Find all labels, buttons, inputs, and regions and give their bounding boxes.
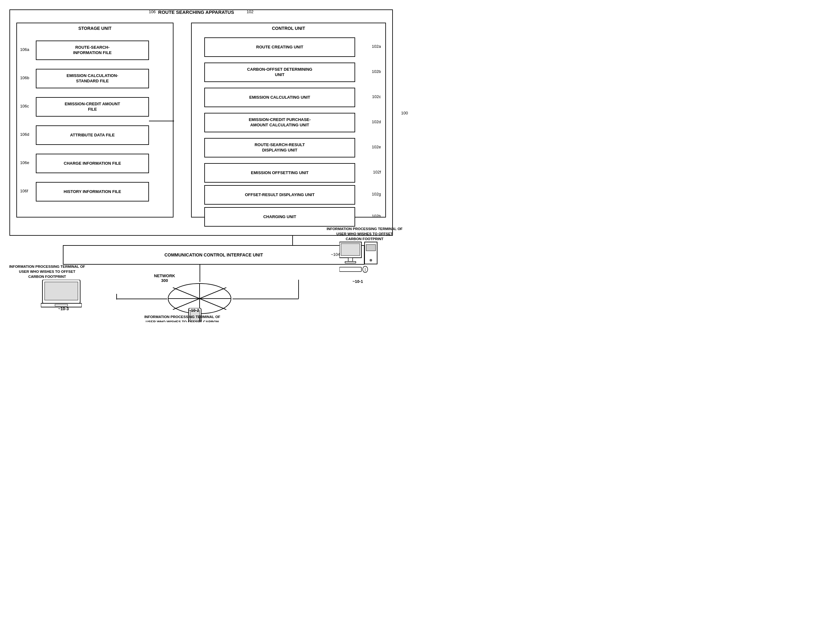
comm-control-box: COMMUNICATION CONTROL INTERFACE UNIT [63, 245, 364, 265]
storage-item-106b: EMISSION CALCULATION-STANDARD FILE [36, 69, 149, 88]
ref-102g: 102g [372, 192, 381, 196]
ref-106e: 106e [20, 160, 29, 165]
terminal-10-1 [340, 239, 390, 281]
ref-100: 100 [401, 111, 408, 115]
terminal-10-2-ref: ~10-2 [189, 308, 199, 313]
svg-rect-20 [45, 282, 78, 300]
ref-102b: 102b [372, 69, 381, 74]
control-item-102a: ROUTE CREATING UNIT [204, 38, 355, 57]
storage-item-106f: HISTORY INFORMATION FILE [36, 182, 149, 201]
line-v-10-1 [298, 280, 299, 299]
svg-rect-11 [345, 262, 356, 263]
control-unit-label: CONTROL UNIT [272, 26, 305, 31]
ref-106c: 106c [20, 104, 29, 108]
line-v-10-3 [116, 294, 117, 299]
svg-rect-9 [341, 244, 360, 255]
ref-102h: 102h [372, 214, 381, 219]
outer-ref1: 106 [149, 10, 156, 15]
ref-102d: 102d [372, 119, 381, 124]
outer-ref2: 102 [247, 10, 254, 15]
terminal-10-3-ref: ~10-3 [58, 306, 69, 311]
storage-item-106e: CHARGE INFORMATION FILE [36, 154, 149, 173]
ref-102e: 102e [372, 145, 381, 149]
storage-to-control-line [149, 121, 174, 121]
line-network-to-10-3 [116, 299, 167, 299]
ref-102a: 102a [372, 44, 381, 49]
apparatus-title: ROUTE SEARCHING APPARATUS [158, 10, 234, 15]
control-item-102d: EMISSION-CREDIT PURCHASE-AMOUNT CALCULAT… [204, 113, 355, 132]
storage-item-106a: ROUTE-SEARCH-INFORMATION FILE [36, 41, 149, 60]
diagram: 106 ROUTE SEARCHING APPARATUS 102 STORAG… [0, 0, 418, 322]
control-unit-box: CONTROL UNIT ROUTE CREATING UNIT 102a CA… [191, 23, 386, 217]
control-item-102h: CHARGING UNIT [204, 207, 355, 227]
terminal-10-3-label: INFORMATION PROCESSING TERMINAL OFUSER W… [3, 264, 91, 279]
terminal-10-1-ref: ~10-1 [352, 279, 363, 284]
comm-to-network-line [199, 265, 200, 282]
ref-106b: 106b [20, 75, 29, 80]
control-item-102e: ROUTE-SEARCH-RESULTDISPLAYING UNIT [204, 138, 355, 157]
ref-106a: 106a [20, 47, 29, 52]
storage-unit-box: STORAGE UNIT ROUTE-SEARCH-INFORMATION FI… [16, 23, 173, 217]
storage-unit-label: STORAGE UNIT [78, 26, 111, 31]
ref-102c: 102c [372, 94, 381, 99]
line-network-to-10-1 [233, 299, 299, 299]
terminal-10-1-label: INFORMATION PROCESSING TERMINAL OFUSER W… [320, 226, 408, 241]
svg-rect-6 [366, 245, 376, 251]
svg-rect-12 [340, 267, 361, 271]
ref-106f: 106f [20, 189, 28, 193]
line-network-to-10-2 [199, 315, 200, 322]
route-searching-apparatus-box: 106 ROUTE SEARCHING APPARATUS 102 STORAG… [10, 10, 393, 236]
control-item-102b: CARBON-OFFSET DETERMININGUNIT [204, 62, 355, 82]
terminal-10-3 [41, 280, 82, 309]
control-item-102f: EMISSION OFFSETTING UNIT [204, 163, 355, 183]
svg-rect-10 [348, 258, 353, 262]
terminal-10-2-label: INFORMATION PROCESSING TERMINAL OFUSER W… [138, 314, 226, 322]
comm-ref: ~104 [331, 252, 340, 257]
terminal-10-1-icon [340, 239, 390, 280]
ref-106d: 106d [20, 132, 29, 137]
svg-rect-22 [55, 304, 68, 306]
svg-point-7 [370, 259, 372, 262]
storage-item-106d: ATTRIBUTE DATA FILE [36, 126, 149, 145]
control-item-102c: EMISSION CALCULATING UNIT [204, 88, 355, 107]
storage-item-106c: EMISSION-CREDIT AMOUNTFILE [36, 97, 149, 117]
control-to-comm-line [292, 236, 293, 245]
control-item-102g: OFFSET-RESULT DISPLAYING UNIT [204, 185, 355, 204]
ref-102f: 102f [373, 170, 381, 175]
terminal-10-3-icon [41, 280, 82, 308]
